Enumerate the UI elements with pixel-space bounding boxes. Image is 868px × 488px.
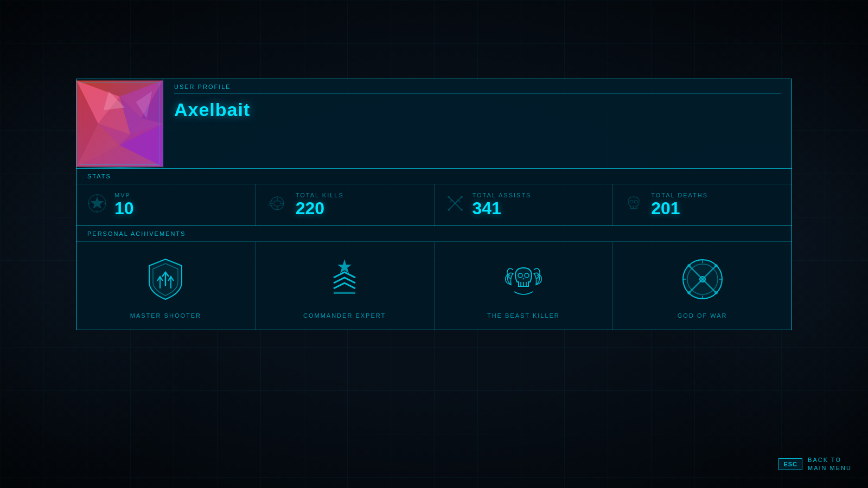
stat-kills-value: 220 [296,200,344,217]
stat-assists-text: TOTAL ASSISTS 341 [473,192,532,217]
esc-action-label: BACK TOMAIN MENU [808,456,852,472]
stat-deaths-value: 201 [651,200,708,217]
main-panel: USER PROFILE Axelbait STATS [76,79,792,330]
stat-assists-label: TOTAL ASSISTS [473,192,532,198]
profile-info: USER PROFILE Axelbait [163,79,792,168]
achievement-beast-killer-label: THE BEAST KILLER [487,312,560,319]
achievements-section: PERSONAL ACHIVEMENTS [76,226,792,330]
stat-mvp-value: 10 [114,200,134,217]
profile-username: Axelbait [174,99,781,120]
svg-point-55 [687,264,691,267]
avatar [76,79,163,168]
gun-icon [266,196,288,213]
stat-kills-label: TOTAL KILLS [296,192,344,198]
svg-point-31 [448,196,450,198]
swords-icon [445,194,465,215]
stat-mvp-label: MVP [114,192,134,198]
stat-assists-value: 341 [473,200,532,217]
achievement-commander-expert-label: COMMANDER EXPERT [303,312,386,319]
stat-assists: TOTAL ASSISTS 341 [435,184,614,226]
stats-section: STATS MVP 10 [76,169,792,226]
stat-deaths: TOTAL DEATHS 201 [613,184,792,226]
svg-marker-16 [91,197,104,209]
svg-point-58 [687,291,691,294]
achievement-beast-killer: THE BEAST KILLER [435,242,614,330]
achievement-master-shooter: MASTER SHOOTER [76,242,256,330]
stat-deaths-text: TOTAL DEATHS 201 [651,192,708,217]
achievements-grid: MASTER SHOOTER [76,242,792,330]
shield-arrow-icon [141,255,190,304]
svg-point-34 [448,209,450,211]
stat-kills-text: TOTAL KILLS 220 [296,192,344,217]
rank-badge-icon [320,255,369,304]
profile-section: USER PROFILE Axelbait [76,79,792,169]
skull-wreath-icon [499,255,548,304]
svg-point-33 [461,196,463,198]
svg-point-57 [714,264,718,267]
achievement-master-shooter-label: MASTER SHOOTER [130,312,201,319]
stat-mvp-text: MVP 10 [114,192,134,217]
achievement-commander-expert: COMMANDER EXPERT [256,242,435,330]
profile-section-label: USER PROFILE [174,84,781,94]
crossed-swords-circle-icon [678,255,727,304]
svg-point-56 [714,291,718,294]
achievements-section-label: PERSONAL ACHIVEMENTS [76,226,792,242]
svg-point-50 [522,278,524,280]
stats-section-label: STATS [76,169,792,184]
esc-key-label: ESC [778,458,802,470]
avatar-container [76,79,163,168]
svg-point-36 [634,200,637,203]
star-icon [87,194,107,215]
svg-line-29 [450,200,452,202]
svg-point-59 [700,277,705,282]
stats-grid: MVP 10 [76,184,792,226]
svg-marker-43 [337,259,352,273]
achievement-god-of-war-label: GOD OF WAR [678,312,727,319]
svg-line-30 [458,200,461,202]
svg-rect-44 [334,292,355,294]
achievement-god-of-war: GOD OF WAR [613,242,792,330]
svg-point-32 [461,209,463,211]
stat-mvp: MVP 10 [76,184,256,226]
svg-point-35 [630,200,633,203]
esc-button[interactable]: ESC BACK TOMAIN MENU [778,456,852,472]
stat-kills: TOTAL KILLS 220 [256,184,435,226]
stat-deaths-label: TOTAL DEATHS [651,192,708,198]
skull-icon [624,194,643,215]
